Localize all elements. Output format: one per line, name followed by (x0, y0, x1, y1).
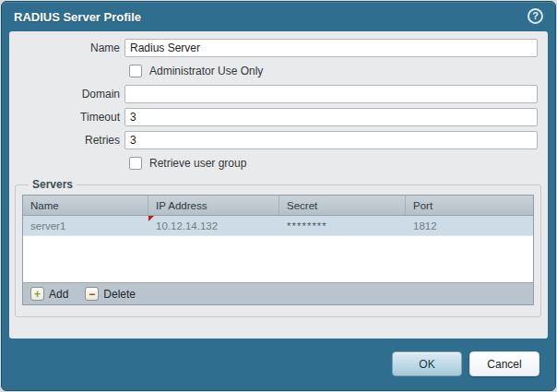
domain-input[interactable] (124, 85, 538, 103)
screen: RADIUS Server Profile ? Name Administrat… (0, 0, 557, 392)
dialog-title: RADIUS Server Profile (14, 10, 141, 24)
add-button-label: Add (49, 288, 68, 301)
name-row: Name (9, 39, 548, 57)
cell-server-name[interactable]: server1 (23, 216, 148, 235)
table-row[interactable]: server1 10.12.14.132 ******** 1812 (23, 216, 533, 236)
cell-ip-text: 10.12.14.132 (156, 220, 218, 232)
radius-server-profile-dialog: RADIUS Server Profile ? Name Administrat… (1, 1, 556, 391)
retries-label: Retries (9, 134, 120, 147)
add-button[interactable]: + Add (30, 287, 68, 301)
name-label: Name (9, 42, 120, 54)
retrieve-group-label: Retrieve user group (149, 157, 246, 170)
timeout-label: Timeout (9, 111, 120, 124)
retries-row: Retries (9, 131, 548, 149)
column-header-port[interactable]: Port (406, 196, 533, 215)
plus-icon: + (30, 287, 44, 301)
dialog-content: Name Administrator Use Only Domain Timeo… (9, 31, 548, 339)
column-header-ip[interactable]: IP Address (148, 196, 279, 215)
cell-secret[interactable]: ******** (279, 216, 406, 235)
cancel-button[interactable]: Cancel (469, 351, 539, 376)
servers-table: Name IP Address Secret Port server1 10.1… (22, 195, 534, 305)
dialog-titlebar: RADIUS Server Profile ? (2, 2, 555, 31)
column-header-secret[interactable]: Secret (279, 196, 406, 215)
retries-input[interactable] (124, 131, 538, 149)
admin-only-row: Administrator Use Only (129, 62, 548, 80)
minus-icon: − (85, 287, 99, 301)
modified-cell-marker (148, 216, 154, 221)
timeout-input[interactable] (124, 108, 538, 126)
domain-label: Domain (9, 88, 120, 101)
timeout-row: Timeout (9, 108, 548, 126)
retrieve-group-row: Retrieve user group (129, 154, 548, 172)
servers-fieldset: Servers Name IP Address Secret Port serv… (15, 178, 541, 317)
retrieve-group-checkbox[interactable] (129, 157, 142, 170)
delete-button-label: Delete (103, 288, 136, 301)
servers-table-header: Name IP Address Secret Port (23, 196, 533, 216)
profile-form: Name Administrator Use Only Domain Timeo… (9, 31, 548, 172)
table-empty-area (23, 236, 533, 282)
name-input[interactable] (124, 39, 538, 57)
domain-row: Domain (9, 85, 548, 103)
admin-only-label: Administrator Use Only (149, 65, 263, 77)
table-toolbar: + Add − Delete (23, 282, 533, 304)
admin-only-checkbox[interactable] (129, 65, 142, 77)
servers-legend: Servers (29, 178, 77, 191)
ok-button[interactable]: OK (392, 351, 462, 376)
column-header-name[interactable]: Name (23, 196, 148, 215)
cell-ip-address[interactable]: 10.12.14.132 (148, 216, 279, 235)
cell-port[interactable]: 1812 (406, 216, 533, 235)
help-icon[interactable]: ? (527, 8, 543, 24)
delete-button[interactable]: − Delete (85, 287, 136, 301)
dialog-footer: OK Cancel (2, 339, 555, 390)
